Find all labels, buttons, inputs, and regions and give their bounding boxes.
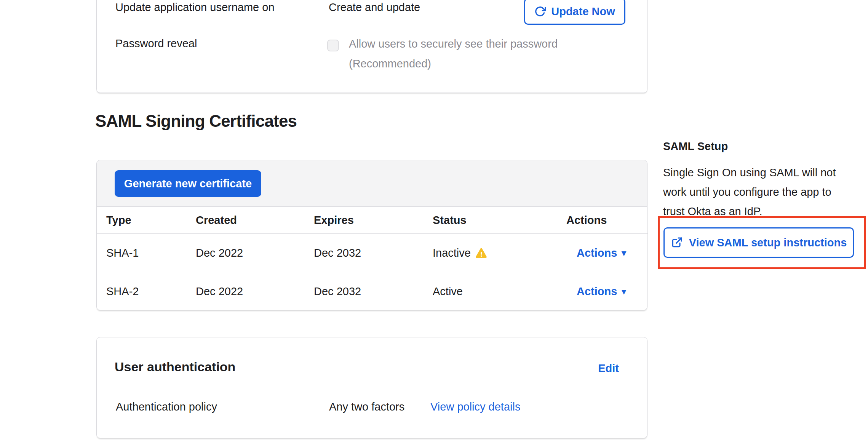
actions-dropdown[interactable]: Actions ▾ bbox=[577, 247, 626, 259]
authentication-policy-label: Authentication policy bbox=[116, 401, 217, 413]
saml-certificates-panel: Generate new certificate Type Created Ex… bbox=[96, 160, 647, 310]
update-now-button[interactable]: Update Now bbox=[524, 0, 625, 25]
credentials-panel: Update application username on Create an… bbox=[96, 0, 647, 93]
status-text: Active bbox=[433, 285, 463, 298]
update-username-label: Update application username on bbox=[115, 1, 275, 14]
update-now-label: Update Now bbox=[551, 5, 615, 18]
password-reveal-label: Password reveal bbox=[115, 37, 197, 50]
view-saml-setup-label: View SAML setup instructions bbox=[689, 236, 847, 249]
actions-label: Actions bbox=[577, 247, 617, 259]
chevron-down-icon: ▾ bbox=[622, 287, 626, 296]
refresh-icon bbox=[534, 6, 546, 17]
password-reveal-checkbox-note: (Recommended) bbox=[349, 58, 431, 70]
view-saml-setup-instructions-button[interactable]: View SAML setup instructions bbox=[663, 227, 854, 258]
view-policy-details-link[interactable]: View policy details bbox=[430, 401, 520, 413]
page-title: SAML Signing Certificates bbox=[95, 112, 297, 131]
status-text: Inactive bbox=[433, 247, 471, 259]
saml-setup-description: Single Sign On using SAML will not work … bbox=[663, 163, 850, 221]
cell-created: Dec 2022 bbox=[186, 285, 304, 298]
col-header-type: Type bbox=[97, 214, 186, 227]
col-header-actions: Actions bbox=[557, 214, 648, 227]
password-reveal-checkbox[interactable] bbox=[327, 40, 339, 51]
generate-certificate-button[interactable]: Generate new certificate bbox=[115, 170, 261, 197]
cell-expires: Dec 2032 bbox=[304, 285, 423, 298]
external-link-icon bbox=[671, 236, 683, 249]
authentication-policy-value: Any two factors bbox=[329, 401, 404, 413]
cell-expires: Dec 2032 bbox=[304, 247, 423, 259]
cell-created: Dec 2022 bbox=[186, 247, 304, 259]
okta-app-sign-on-page: Update application username on Create an… bbox=[0, 0, 868, 441]
table-row: SHA-2 Dec 2022 Dec 2032 Active Actions ▾ bbox=[97, 272, 648, 310]
chevron-down-icon: ▾ bbox=[622, 249, 626, 257]
password-reveal-checkbox-text: Allow users to securely see their passwo… bbox=[349, 38, 558, 50]
update-username-value: Create and update bbox=[329, 1, 420, 14]
saml-setup-heading: SAML Setup bbox=[663, 140, 728, 153]
actions-label: Actions bbox=[577, 285, 617, 298]
certificates-table-header: Type Created Expires Status Actions bbox=[97, 207, 648, 234]
user-authentication-heading: User authentication bbox=[115, 360, 235, 374]
cell-type: SHA-1 bbox=[97, 247, 186, 259]
actions-dropdown[interactable]: Actions ▾ bbox=[577, 285, 626, 298]
col-header-status: Status bbox=[423, 214, 557, 227]
col-header-expires: Expires bbox=[304, 214, 423, 227]
warning-icon bbox=[475, 247, 487, 259]
user-authentication-panel: User authentication Edit Authentication … bbox=[96, 337, 647, 438]
table-row: SHA-1 Dec 2022 Dec 2032 Inactive Actions… bbox=[97, 234, 648, 272]
cell-type: SHA-2 bbox=[97, 285, 186, 298]
col-header-created: Created bbox=[186, 214, 304, 227]
edit-link[interactable]: Edit bbox=[598, 362, 619, 375]
